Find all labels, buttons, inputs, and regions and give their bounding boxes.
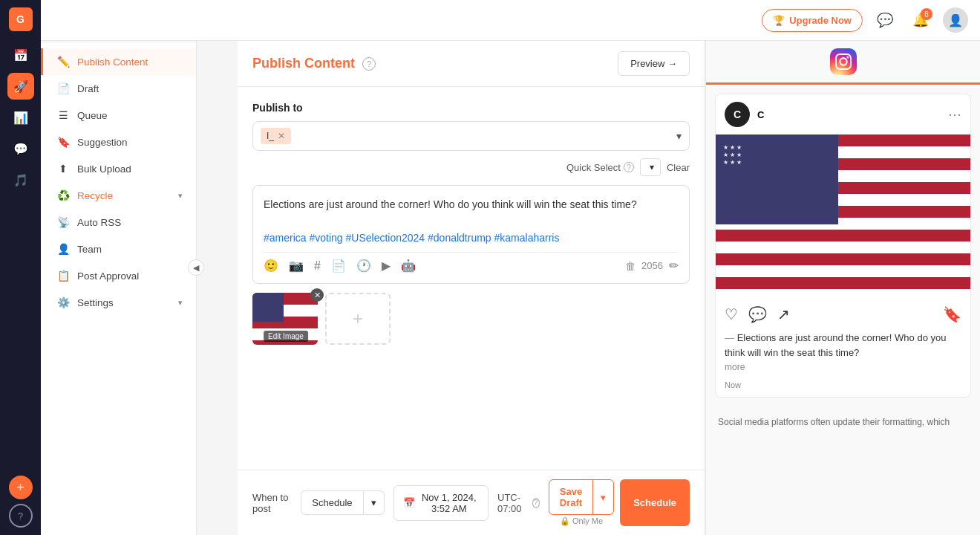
clear-button[interactable]: Clear bbox=[667, 162, 690, 173]
instagram-preview-card: C C ⋯ ★ ★ ★ ★ ★ ★ ★ ★ ★ ♡ 💬 ↗ 🔖 bbox=[715, 94, 971, 398]
edit-icon[interactable]: ✏ bbox=[669, 259, 679, 273]
tag-value: I_ bbox=[267, 131, 274, 141]
bulk-upload-icon: ⬆ bbox=[56, 163, 70, 175]
ig-share-icon[interactable]: ↗ bbox=[777, 305, 790, 323]
publish-icon[interactable]: 🚀 bbox=[7, 73, 34, 100]
publish-panel: Publish Content ? Preview → Publish to I… bbox=[238, 41, 705, 535]
sidebar-item-post-approval-label: Post Approval bbox=[77, 270, 183, 282]
ig-comment-icon[interactable]: 💬 bbox=[748, 305, 767, 323]
hashtag-icon[interactable]: # bbox=[314, 259, 321, 273]
preview-label: Preview → bbox=[630, 58, 677, 69]
delete-icon[interactable]: 🗑 bbox=[625, 260, 636, 272]
team-icon: 👤 bbox=[56, 243, 70, 255]
sidebar-item-recycle[interactable]: ♻️ Recycle ▾ bbox=[41, 182, 196, 209]
publish-panel-title: Publish Content bbox=[252, 56, 355, 71]
datetime-value: Nov 1, 2024, 3:52 AM bbox=[419, 492, 479, 514]
queue-icon: ☰ bbox=[56, 109, 70, 121]
document-icon[interactable]: 📄 bbox=[331, 259, 346, 273]
inbox-icon[interactable]: 💬 bbox=[7, 135, 34, 162]
schedule-post-button[interactable]: Schedule bbox=[620, 479, 690, 526]
clock-icon[interactable]: 🕐 bbox=[356, 259, 371, 273]
sidebar: G G's Workspace UTC-07:00 ▾ ✏️ Publish C… bbox=[41, 0, 197, 535]
ig-post-header: C C ⋯ bbox=[716, 94, 970, 134]
sidebar-item-draft[interactable]: 📄 Draft bbox=[41, 75, 196, 102]
messages-button[interactable]: 💬 bbox=[872, 7, 898, 33]
help-button[interactable]: ? bbox=[9, 504, 33, 528]
content-text[interactable]: Elections are just around the corner! Wh… bbox=[264, 196, 679, 246]
sidebar-item-publish-content[interactable]: ✏️ Publish Content bbox=[41, 48, 196, 75]
sidebar-item-settings[interactable]: ⚙️ Settings ▾ bbox=[41, 289, 196, 316]
emoji-icon[interactable]: 🙂 bbox=[264, 259, 278, 273]
save-draft-group: Save Draft ▾ 🔒 Only Me bbox=[549, 479, 614, 526]
tag-remove-button[interactable]: ✕ bbox=[278, 131, 285, 141]
editor-toolbar: 🙂 📷 # 📄 🕐 ▶ 🤖 🗑 2056 ✏ bbox=[264, 252, 679, 273]
publish-panel-body: Publish to I_ ✕ ▾ Quick Select ? ▾ Clea bbox=[238, 87, 705, 470]
when-to-post-label: When to post bbox=[252, 492, 292, 514]
edit-image-button[interactable]: Edit Image bbox=[264, 331, 308, 342]
image-remove-button[interactable]: ✕ bbox=[310, 288, 324, 302]
datetime-picker-button[interactable]: 📅 Nov 1, 2024, 3:52 AM bbox=[393, 485, 489, 521]
ig-post-image: ★ ★ ★ ★ ★ ★ ★ ★ ★ bbox=[716, 134, 970, 298]
help-icon[interactable]: ? bbox=[362, 57, 376, 71]
ig-like-icon[interactable]: ♡ bbox=[725, 305, 738, 323]
publish-to-dropdown-icon[interactable]: ▾ bbox=[676, 130, 682, 142]
sidebar-item-suggestion[interactable]: 🔖 Suggestion bbox=[41, 129, 196, 155]
icon-bar: G 📅 🚀 📊 💬 🎵 + ? bbox=[0, 0, 41, 535]
timezone-help-icon[interactable]: ? bbox=[532, 498, 540, 508]
user-avatar[interactable]: 👤 bbox=[943, 7, 968, 33]
save-draft-dropdown-button[interactable]: ▾ bbox=[593, 479, 614, 515]
image-area: ✕ Edit Image + bbox=[252, 293, 690, 345]
settings-chevron-icon: ▾ bbox=[178, 298, 183, 308]
schedule-type-button[interactable]: Schedule bbox=[301, 490, 363, 515]
svg-text:★ ★ ★: ★ ★ ★ bbox=[723, 144, 742, 151]
draft-icon: 📄 bbox=[56, 82, 70, 94]
settings-icon: ⚙️ bbox=[56, 296, 70, 308]
notification-badge: 8 bbox=[921, 8, 932, 20]
camera-icon[interactable]: 📷 bbox=[289, 259, 304, 273]
topbar: 🏆 Upgrade Now 💬 🔔 8 👤 bbox=[41, 0, 980, 41]
sidebar-nav: ✏️ Publish Content 📄 Draft ☰ Queue 🔖 Sug… bbox=[41, 42, 196, 535]
image-thumbnail: ✕ Edit Image bbox=[252, 293, 319, 345]
sidebar-collapse-button[interactable]: ◀ bbox=[188, 259, 204, 276]
timezone-value: UTC-07:00 bbox=[497, 492, 529, 514]
add-button[interactable]: + bbox=[9, 476, 33, 499]
sidebar-item-suggestion-label: Suggestion bbox=[77, 137, 183, 148]
analytics-icon[interactable]: 📊 bbox=[7, 104, 34, 131]
notifications-button[interactable]: 🔔 8 bbox=[907, 7, 934, 33]
quick-select-row: Quick Select ? ▾ Clear bbox=[252, 158, 690, 176]
audio-icon[interactable]: 🎵 bbox=[7, 166, 34, 193]
calendar-icon[interactable]: 📅 bbox=[7, 42, 34, 68]
char-count: 2056 bbox=[641, 260, 663, 271]
upgrade-now-button[interactable]: 🏆 Upgrade Now bbox=[762, 9, 863, 32]
sidebar-item-bulk-upload[interactable]: ⬆ Bulk Upload bbox=[41, 155, 196, 182]
schedule-dropdown-button[interactable]: ▾ bbox=[364, 490, 385, 515]
ai-icon[interactable]: 🤖 bbox=[401, 259, 416, 273]
ig-save-icon[interactable]: 🔖 bbox=[943, 305, 961, 323]
publish-panel-header: Publish Content ? Preview → bbox=[238, 41, 705, 87]
quick-select-dropdown[interactable]: ▾ bbox=[640, 158, 661, 176]
sidebar-item-recycle-label: Recycle bbox=[77, 190, 171, 201]
publish-to-container[interactable]: I_ ✕ ▾ bbox=[252, 121, 690, 151]
main-content: Publish Content ? Preview → Publish to I… bbox=[238, 41, 980, 535]
ig-more-options-icon[interactable]: ⋯ bbox=[948, 106, 961, 123]
save-draft-button[interactable]: Save Draft bbox=[549, 479, 593, 515]
quick-select-help-icon[interactable]: ? bbox=[624, 162, 634, 172]
content-editor-box: Elections are just around the corner! Wh… bbox=[252, 185, 690, 284]
sidebar-item-queue[interactable]: ☰ Queue bbox=[41, 102, 196, 129]
sidebar-item-auto-rss[interactable]: 📡 Auto RSS bbox=[41, 209, 196, 236]
sidebar-item-post-approval[interactable]: 📋 Post Approval bbox=[41, 262, 196, 289]
suggestion-icon: 🔖 bbox=[56, 136, 70, 148]
sidebar-item-draft-label: Draft bbox=[77, 83, 183, 94]
sidebar-item-settings-label: Settings bbox=[77, 297, 171, 308]
preview-button[interactable]: Preview → bbox=[618, 51, 690, 76]
add-image-button[interactable]: + bbox=[325, 293, 391, 345]
trophy-icon: 🏆 bbox=[773, 15, 785, 26]
ig-dots: — bbox=[725, 332, 737, 343]
publish-to-tag: I_ ✕ bbox=[261, 128, 291, 144]
user-icon: 👤 bbox=[948, 13, 963, 27]
app-logo[interactable]: G bbox=[9, 7, 33, 31]
bottom-right-actions: Save Draft ▾ 🔒 Only Me Schedule bbox=[549, 479, 690, 526]
media-icon[interactable]: ▶ bbox=[382, 259, 391, 273]
ig-more-link[interactable]: more bbox=[725, 362, 745, 372]
sidebar-item-team[interactable]: 👤 Team bbox=[41, 236, 196, 262]
